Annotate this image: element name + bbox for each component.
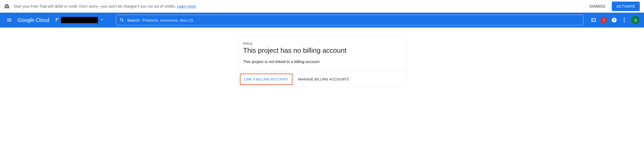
banner-text: Start your Free Trial with $300 in credi… [14,4,586,8]
google-cloud-logo[interactable]: Google Cloud [17,17,49,23]
svg-point-0 [56,18,57,20]
svg-point-5 [624,21,625,22]
search-placeholder: Products, resources, docs (/) [142,18,193,22]
svg-point-1 [57,18,59,20]
search-icon [119,17,125,23]
svg-point-4 [624,20,625,21]
gift-icon [4,4,10,9]
learn-more-link[interactable]: Learn more [177,4,196,8]
notifications-badge[interactable]: 1 [601,17,607,23]
trial-banner: Start your Free Trial with $300 in credi… [0,0,644,13]
banner-message: Start your Free Trial with $300 in credi… [14,4,177,8]
link-billing-account-button[interactable]: LINK A BILLING ACCOUNT [240,74,292,85]
help-icon[interactable] [611,17,617,23]
more-icon[interactable] [621,17,627,23]
svg-point-2 [56,20,57,21]
project-name [61,17,98,23]
header-bar: Google Cloud Search Products, resources,… [0,13,644,27]
page-title: This project has no billing account [243,46,401,55]
cloud-shell-icon[interactable] [591,17,596,23]
search-input[interactable]: Search Products, resources, docs (/) [116,15,583,25]
card-actions: LINK A BILLING ACCOUNT MANAGE BILLING AC… [238,71,406,87]
header-actions: 1 S [591,16,640,24]
activate-button[interactable]: ACTIVATE [612,2,640,11]
banner-actions: DISMISS ACTIVATE [586,2,640,11]
breadcrumb: Billing [243,41,401,45]
project-icon [55,17,59,23]
manage-billing-accounts-button[interactable]: MANAGE BILLING ACCOUNTS [295,74,353,85]
dismiss-button[interactable]: DISMISS [586,2,609,11]
main-content: Billing This project has no billing acco… [0,27,644,87]
search-label: Search [127,18,140,22]
svg-point-3 [624,18,625,19]
card-description: This project is not linked to a billing … [243,59,401,64]
logo-part2: Cloud [36,17,49,23]
billing-card: Billing This project has no billing acco… [238,36,406,87]
project-selector[interactable] [53,16,106,24]
avatar[interactable]: S [631,16,640,24]
menu-icon[interactable] [4,15,14,25]
chevron-down-icon [100,17,104,23]
card-body: Billing This project has no billing acco… [238,36,406,71]
logo-part1: Google [17,17,35,23]
